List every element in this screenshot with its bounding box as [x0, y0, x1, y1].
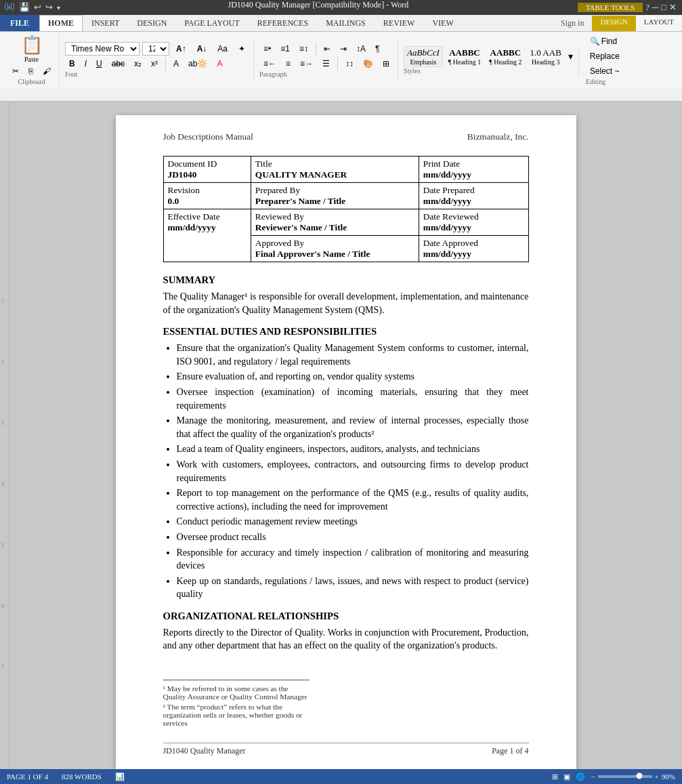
help-btn[interactable]: ? [645, 2, 649, 13]
list-item: Conduct periodic management review meeti… [177, 515, 529, 529]
header-right: Bizmanualz, Inc. [467, 131, 529, 142]
maximize-btn[interactable]: □ [661, 2, 666, 13]
line-spacing-btn[interactable]: ↕↕ [341, 57, 358, 70]
style-heading2[interactable]: AABBC ¶ Heading 2 [486, 47, 524, 66]
table-cell: Date Prepared mm/dd/yyyy [419, 183, 528, 209]
font-name-select[interactable]: Times New Ro [65, 42, 140, 56]
change-case-btn[interactable]: Aa [213, 42, 232, 56]
tab-home[interactable]: HOME [39, 15, 83, 31]
sort-btn[interactable]: ↕A [352, 42, 370, 56]
font-color-btn[interactable]: A [213, 57, 226, 70]
tab-view[interactable]: VIEW [423, 15, 462, 31]
text-effects-btn[interactable]: A [169, 57, 183, 70]
duties-list: Ensure that the organization's Quality M… [177, 342, 529, 601]
ribbon-tabs-row: FILE HOME INSERT DESIGN PAGE LAYOUT REFE… [0, 15, 682, 32]
redo-icon[interactable]: ↪ [45, 2, 53, 13]
align-right-btn[interactable]: ≡→ [296, 57, 317, 70]
minimize-btn[interactable]: ─ [652, 2, 658, 13]
tab-tt-layout[interactable]: LAYOUT [636, 16, 682, 31]
view-print-icon[interactable]: ⊞ [552, 772, 558, 781]
word-icon: 🄦 [4, 1, 15, 14]
underline-btn[interactable]: U [92, 57, 106, 70]
zoom-percent: 90% [662, 772, 675, 781]
borders-btn[interactable]: ⊞ [379, 57, 393, 70]
approved-by-value: Final Approver's Name / Title [255, 249, 414, 260]
table-cell: Revision 0.0 [163, 183, 251, 209]
shrink-font-btn[interactable]: A↓ [193, 42, 211, 56]
list-item: Responsible for accuracy and timely insp… [177, 546, 529, 573]
title-bar: 🄦 💾 ↩ ↪ ▾ JD1040 Quality Manager [Compat… [0, 0, 682, 15]
font-size-select[interactable]: 12 [142, 42, 169, 56]
strikethrough-btn[interactable]: abc [108, 57, 129, 70]
tab-review[interactable]: REVIEW [375, 15, 424, 31]
approved-by-label: Approved By [255, 238, 414, 249]
highlight-btn[interactable]: ab🔆 [184, 57, 211, 70]
zoom-out-btn[interactable]: − [591, 772, 595, 781]
sign-in-link[interactable]: Sign in [553, 16, 592, 31]
numbering-btn[interactable]: ≡1 [276, 42, 294, 56]
paragraph-group: ≡• ≡1 ≡↕ ⇤ ⇥ ↕A ¶ ≡← ≡ ≡→ ☰ ↕↕ 🎨 ⊞ Parag… [255, 41, 398, 79]
tab-design[interactable]: DESIGN [128, 15, 175, 31]
table-cell: Prepared By Preparer's Name / Title [251, 183, 419, 209]
zoom-slider[interactable] [598, 775, 652, 778]
clear-format-btn[interactable]: ✦ [234, 42, 249, 56]
style-heading3[interactable]: 1.0 AAB Heading 3 [528, 47, 564, 66]
shading-btn[interactable]: 🎨 [359, 57, 377, 70]
qat-dropdown-icon[interactable]: ▾ [57, 4, 60, 12]
tab-insert[interactable]: INSERT [83, 15, 128, 31]
revision-value: 0.0 [168, 196, 247, 207]
styles-scroll-down[interactable]: ▾ [567, 49, 574, 63]
close-btn[interactable]: ✕ [669, 2, 677, 13]
superscript-btn[interactable]: x² [147, 57, 162, 70]
italic-btn[interactable]: I [81, 57, 91, 70]
tab-mailings[interactable]: MAILINGS [317, 15, 375, 31]
multilevel-btn[interactable]: ≡↕ [295, 42, 312, 56]
align-center-btn[interactable]: ≡ [282, 57, 295, 70]
save-icon[interactable]: 💾 [19, 2, 30, 13]
replace-btn[interactable]: Replace [586, 49, 624, 63]
bullets-btn[interactable]: ≡• [259, 42, 275, 56]
editing-group: 🔍 Find Replace Select ~ Editing [580, 33, 629, 87]
list-item: Keep up on standards, regulations / laws… [177, 575, 529, 601]
view-web-icon[interactable]: 🌐 [576, 772, 585, 781]
bold-btn[interactable]: B [65, 57, 79, 70]
duties-heading: ESSENTIAL DUTIES AND RESPONSIBILITIES [163, 326, 529, 337]
format-painter-btn[interactable]: 🖌 [39, 64, 55, 78]
justify-btn[interactable]: ☰ [318, 57, 334, 70]
word-count-icon[interactable]: 📊 [115, 772, 125, 781]
date-prepared-label: Date Prepared [423, 185, 524, 196]
table-cell: Date Approved mm/dd/yyyy [419, 236, 528, 262]
style-heading1[interactable]: AABBC ¶ Heading 1 [446, 47, 484, 66]
align-left-btn[interactable]: ≡← [259, 57, 280, 70]
list-item: Manage the monitoring, measurement, and … [177, 414, 529, 440]
zoom-in-btn[interactable]: + [655, 772, 659, 781]
footnote2: ² The term “product” refers to what the … [163, 703, 310, 727]
find-btn[interactable]: 🔍 Find [586, 35, 624, 48]
list-item: Oversee product recalls [177, 531, 529, 544]
tab-references[interactable]: REFERENCES [249, 15, 317, 31]
page[interactable]: Job Descriptions Manual Bizmanualz, Inc.… [116, 115, 576, 770]
grow-font-btn[interactable]: A↑ [172, 42, 190, 56]
paste-btn[interactable]: 📋 Paste [21, 35, 43, 63]
footer-right: Page 1 of 4 [492, 746, 528, 756]
effective-date-value: mm/dd/yyyy [168, 222, 247, 233]
tab-page-layout[interactable]: PAGE LAYOUT [175, 15, 248, 31]
subscript-btn[interactable]: x₂ [130, 57, 146, 70]
increase-indent-btn[interactable]: ⇥ [336, 42, 351, 56]
list-item: Ensure that the organization's Quality M… [177, 342, 529, 368]
copy-btn[interactable]: ⎘ [24, 64, 37, 78]
view-fullscreen-icon[interactable]: ▣ [563, 772, 570, 781]
reviewed-by-value: Reviewer's Name / Title [255, 222, 414, 233]
window-title: JD1040 Quality Manager [Compatibility Mo… [64, 0, 572, 15]
reviewed-by-label: Reviewed By [255, 211, 414, 222]
margin-mark-7: 7 [1, 664, 4, 670]
summary-heading: SUMMARY [163, 274, 529, 286]
tab-tt-design[interactable]: DESIGN [592, 16, 635, 31]
undo-icon[interactable]: ↩ [34, 2, 41, 13]
show-hide-btn[interactable]: ¶ [371, 42, 383, 56]
cut-btn[interactable]: ✂ [8, 64, 23, 78]
decrease-indent-btn[interactable]: ⇤ [320, 42, 335, 56]
style-emphasis[interactable]: AaBbCcI Emphasis [404, 46, 443, 67]
tab-file[interactable]: FILE [0, 15, 39, 31]
select-btn[interactable]: Select ~ [586, 64, 624, 78]
